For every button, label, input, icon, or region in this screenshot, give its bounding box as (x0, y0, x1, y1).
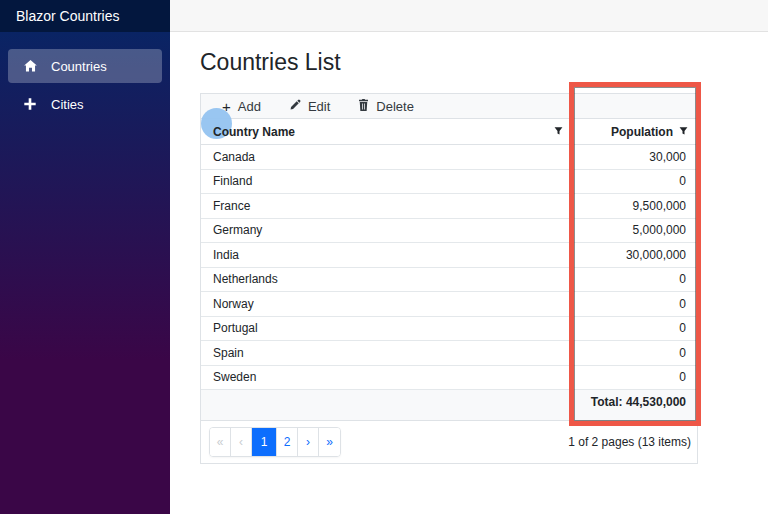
table-body: Canada 30,000 Finland 0 France 9,500,000 (201, 145, 697, 390)
pager-page-1-button[interactable]: 1 (252, 428, 277, 456)
add-icon: + (222, 100, 231, 113)
cell-country-name: Finland (201, 170, 573, 194)
pager-next-button[interactable]: › (298, 428, 319, 456)
cell-population: 0 (573, 292, 697, 316)
delete-button-label: Delete (376, 99, 414, 114)
table-row[interactable]: Netherlands 0 (201, 268, 697, 293)
app-window: Blazor Countries Countries Cities Countr… (0, 0, 768, 514)
table-row[interactable]: India 30,000,000 (201, 243, 697, 268)
table-row[interactable]: Finland 0 (201, 170, 697, 195)
filter-icon[interactable] (554, 125, 563, 139)
edit-icon (289, 99, 301, 114)
cell-country-name: Sweden (201, 366, 573, 390)
column-header-population[interactable]: Population (573, 119, 697, 144)
cell-country-name: Portugal (201, 317, 573, 341)
cell-population: 5,000,000 (573, 219, 697, 243)
countries-grid: + Add Edit Delete (200, 93, 698, 464)
edit-button-label: Edit (308, 99, 330, 114)
pager-row: « ‹ 1 2 › » 1 of 2 pages (13 items) (201, 421, 697, 463)
sidebar-item-countries[interactable]: Countries (8, 49, 162, 83)
table-row[interactable]: Spain 0 (201, 341, 697, 366)
content: Countries List + Add Edit (170, 32, 768, 464)
cell-country-name: India (201, 243, 573, 267)
table-row[interactable]: Sweden 0 (201, 366, 697, 391)
pager-page-2-button[interactable]: 2 (277, 428, 298, 456)
home-icon (22, 58, 38, 74)
cell-country-name: Canada (201, 145, 573, 169)
cell-population: 0 (573, 366, 697, 390)
sidebar: Blazor Countries Countries Cities (0, 0, 170, 514)
cell-country-name: Spain (201, 341, 573, 365)
cell-population: 9,500,000 (573, 194, 697, 218)
table-row[interactable]: Canada 30,000 (201, 145, 697, 170)
grid-footer: Total: 44,530,000 (201, 390, 697, 421)
table-row[interactable]: Portugal 0 (201, 317, 697, 342)
cell-country-name: Netherlands (201, 268, 573, 292)
main-area: Countries List + Add Edit (170, 0, 768, 514)
pager-prev-button[interactable]: ‹ (231, 428, 252, 456)
cell-population: 0 (573, 317, 697, 341)
page-title: Countries List (200, 47, 738, 77)
footer-total: Total: 44,530,000 (573, 390, 697, 420)
cell-population: 0 (573, 170, 697, 194)
page-info: 1 of 2 pages (13 items) (568, 435, 691, 449)
delete-button[interactable]: Delete (358, 99, 414, 114)
pager-last-button[interactable]: » (319, 428, 340, 456)
sidebar-item-label: Cities (51, 97, 84, 112)
plus-icon (22, 96, 38, 112)
sidebar-item-cities[interactable]: Cities (8, 87, 162, 121)
cell-country-name: Norway (201, 292, 573, 316)
pager-first-button[interactable]: « (210, 428, 231, 456)
sidebar-nav: Countries Cities (0, 32, 170, 121)
cell-population: 0 (573, 268, 697, 292)
add-button-label: Add (238, 99, 261, 114)
cell-country-name: Germany (201, 219, 573, 243)
sidebar-item-label: Countries (51, 59, 107, 74)
trash-icon (358, 99, 369, 114)
table-row[interactable]: Germany 5,000,000 (201, 219, 697, 244)
table-row[interactable]: Norway 0 (201, 292, 697, 317)
column-label: Population (611, 125, 673, 139)
footer-empty-cell (201, 390, 573, 420)
table-row[interactable]: France 9,500,000 (201, 194, 697, 219)
app-title: Blazor Countries (0, 0, 170, 32)
cell-population: 30,000 (573, 145, 697, 169)
cell-population: 30,000,000 (573, 243, 697, 267)
cell-country-name: France (201, 194, 573, 218)
filter-icon[interactable] (679, 125, 688, 139)
top-bar (170, 0, 768, 32)
column-header-country-name[interactable]: Country Name (201, 119, 573, 144)
column-label: Country Name (213, 125, 295, 139)
edit-button[interactable]: Edit (289, 99, 330, 114)
add-button[interactable]: + Add (222, 99, 261, 114)
table-header-row: Country Name Population (201, 119, 697, 145)
grid-toolbar: + Add Edit Delete (201, 94, 697, 119)
pager: « ‹ 1 2 › » (209, 427, 341, 457)
cell-population: 0 (573, 341, 697, 365)
